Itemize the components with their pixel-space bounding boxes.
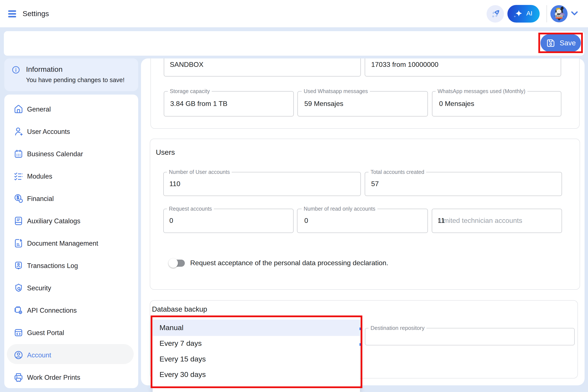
svg-text:HÉROES: HÉROES bbox=[555, 15, 563, 17]
